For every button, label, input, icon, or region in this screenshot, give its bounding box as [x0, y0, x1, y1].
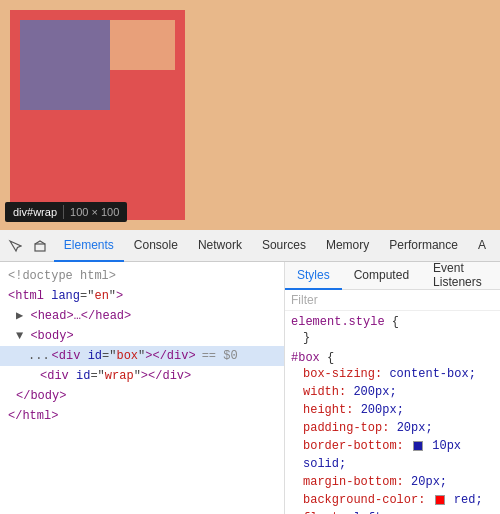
- styles-panel: Styles Computed Event Listeners Filter e…: [285, 262, 500, 514]
- tooltip-size: 100 × 100: [70, 206, 119, 218]
- styles-content: element.style { } #box { box-sizing: con…: [285, 311, 500, 514]
- tab-memory[interactable]: Memory: [316, 230, 379, 262]
- html-line-box[interactable]: ...<div id="box"></div>== $0: [0, 346, 284, 366]
- devtools-panel: Elements Console Network Sources Memory …: [0, 230, 500, 514]
- box-element: [10, 10, 185, 220]
- html-line-html-close: </html>: [0, 406, 284, 426]
- devtools-tabs-bar: Elements Console Network Sources Memory …: [0, 230, 500, 262]
- css-border-bottom: border-bottom: 10px solid;: [291, 437, 494, 473]
- tab-sources[interactable]: Sources: [252, 230, 316, 262]
- tab-elements[interactable]: Elements: [54, 230, 124, 262]
- html-line-wrap[interactable]: <div id="wrap"></div>: [0, 366, 284, 386]
- tab-network[interactable]: Network: [188, 230, 252, 262]
- styles-tab-computed[interactable]: Computed: [342, 262, 421, 290]
- filter-bar[interactable]: Filter: [285, 290, 500, 311]
- tab-more[interactable]: A: [468, 230, 496, 262]
- box-icon[interactable]: [29, 234, 52, 258]
- css-margin-bottom: margin-bottom: 20px;: [291, 473, 494, 491]
- css-background-color: background-color: red;: [291, 491, 494, 509]
- element-style-close: }: [291, 329, 494, 347]
- html-line-html: <html lang="en">: [0, 286, 284, 306]
- salmon-block: [110, 20, 175, 70]
- tab-console[interactable]: Console: [124, 230, 188, 262]
- devtools-main-content: <!doctype html> <html lang="en"> ▶ <head…: [0, 262, 500, 514]
- html-line-doctype: <!doctype html>: [0, 266, 284, 286]
- css-padding-top: padding-top: 20px;: [291, 419, 494, 437]
- tab-performance[interactable]: Performance: [379, 230, 468, 262]
- styles-tabs: Styles Computed Event Listeners: [285, 262, 500, 290]
- svg-rect-0: [35, 244, 45, 251]
- tooltip-tag: div#wrap: [13, 206, 57, 218]
- element-style-rule: element.style {: [291, 315, 494, 329]
- tooltip-divider: [63, 205, 64, 219]
- styles-tab-styles[interactable]: Styles: [285, 262, 342, 290]
- html-line-head: ▶ <head>…</head>: [0, 306, 284, 326]
- html-line-body-close: </body>: [0, 386, 284, 406]
- css-box-sizing: box-sizing: content-box;: [291, 365, 494, 383]
- border-color-swatch: [413, 441, 423, 451]
- html-line-body-open: ▼ <body>: [0, 326, 284, 346]
- css-width: width: 200px;: [291, 383, 494, 401]
- preview-area: div#wrap 100 × 100: [0, 0, 500, 230]
- purple-block: [20, 20, 110, 110]
- box-rule-selector: #box {: [291, 351, 494, 365]
- css-height: height: 200px;: [291, 401, 494, 419]
- css-float: float: left;: [291, 509, 494, 514]
- cursor-icon[interactable]: [4, 234, 27, 258]
- bg-color-swatch: [435, 495, 445, 505]
- html-panel[interactable]: <!doctype html> <html lang="en"> ▶ <head…: [0, 262, 285, 514]
- element-tooltip: div#wrap 100 × 100: [5, 202, 127, 222]
- styles-tab-event-listeners[interactable]: Event Listeners: [421, 262, 500, 290]
